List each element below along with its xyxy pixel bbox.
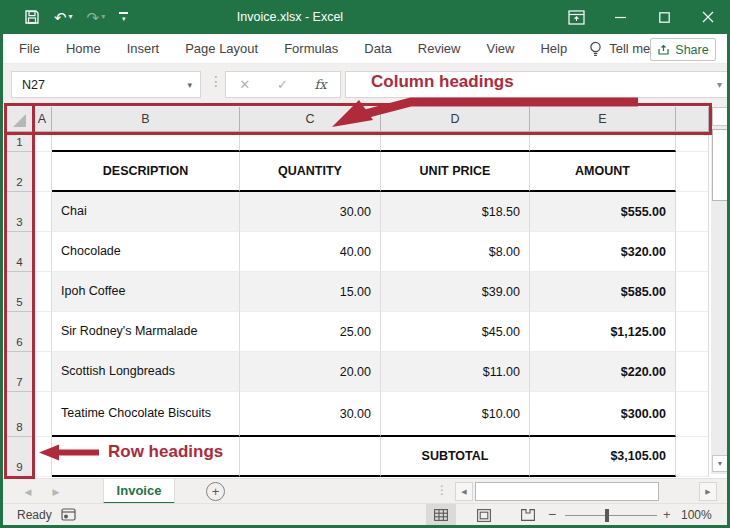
col-header-A[interactable]: A — [33, 107, 52, 132]
tab-view[interactable]: View — [486, 41, 514, 56]
cell-F6[interactable] — [676, 312, 709, 352]
save-icon[interactable] — [24, 9, 40, 25]
cell-E1[interactable] — [530, 132, 676, 152]
zoom-out-icon[interactable]: − — [548, 506, 556, 522]
redo-button[interactable]: ↷▾ — [87, 10, 106, 25]
zoom-slider-thumb[interactable] — [605, 509, 609, 522]
col-header-C[interactable]: C — [240, 107, 381, 132]
customize-qat-icon[interactable]: ▾ — [119, 12, 128, 22]
cell-A7[interactable] — [33, 352, 52, 392]
scroll-left-icon[interactable]: ◀ — [455, 482, 473, 501]
cell-F5[interactable] — [676, 272, 709, 312]
col-header-D[interactable]: D — [381, 107, 530, 132]
cell-B8[interactable]: Teatime Chocolate Biscuits — [52, 392, 240, 437]
macro-record-icon[interactable] — [61, 508, 76, 521]
tab-insert[interactable]: Insert — [127, 41, 160, 56]
cell-C1[interactable] — [240, 132, 381, 152]
cell-F2[interactable] — [676, 152, 709, 192]
cell-E2[interactable]: AMOUNT — [530, 152, 676, 192]
tab-file[interactable]: File — [19, 41, 40, 56]
cancel-icon[interactable]: ✕ — [239, 77, 250, 92]
col-header-F[interactable] — [676, 107, 709, 132]
cell-C9[interactable] — [240, 437, 381, 477]
cell-D3[interactable]: $18.50 — [381, 192, 530, 232]
zoom-in-icon[interactable]: + — [663, 507, 671, 522]
col-header-B[interactable]: B — [52, 107, 240, 132]
cell-A8[interactable] — [33, 392, 52, 437]
page-layout-view-icon[interactable] — [469, 504, 499, 526]
share-button[interactable]: Share — [650, 38, 716, 61]
zoom-level-label[interactable]: 100% — [681, 508, 712, 522]
vertical-scrollbar-top-button[interactable] — [712, 107, 728, 126]
cell-E4[interactable]: $320.00 — [530, 232, 676, 272]
row-header-9[interactable]: 9 — [7, 437, 33, 477]
cell-F8[interactable] — [676, 392, 709, 437]
chevron-down-icon[interactable]: ▾ — [187, 80, 192, 90]
row-header-5[interactable]: 5 — [7, 272, 33, 312]
cell-E6[interactable]: $1,125.00 — [530, 312, 676, 352]
close-button[interactable] — [686, 0, 730, 34]
page-break-preview-icon[interactable] — [513, 504, 543, 526]
scroll-right-icon[interactable]: ▶ — [699, 482, 717, 501]
minimize-button[interactable] — [598, 0, 642, 34]
tell-me-box[interactable]: Tell me — [589, 41, 650, 57]
scroll-down-icon[interactable]: ▼ — [712, 455, 728, 472]
cell-E7[interactable]: $220.00 — [530, 352, 676, 392]
row-header-6[interactable]: 6 — [7, 312, 33, 352]
cell-F4[interactable] — [676, 232, 709, 272]
row-header-8[interactable]: 8 — [7, 392, 33, 437]
cell-D7[interactable]: $11.00 — [381, 352, 530, 392]
insert-function-icon[interactable]: fx — [314, 77, 326, 92]
cell-A1[interactable] — [33, 132, 52, 152]
cell-F7[interactable] — [676, 352, 709, 392]
enter-icon[interactable]: ✓ — [277, 77, 288, 92]
cell-A5[interactable] — [33, 272, 52, 312]
cell-D2[interactable]: UNIT PRICE — [381, 152, 530, 192]
tab-review[interactable]: Review — [418, 41, 461, 56]
select-all-corner[interactable] — [7, 107, 33, 132]
cell-E8[interactable]: $300.00 — [530, 392, 676, 437]
vertical-scrollbar[interactable]: ▼ — [711, 107, 729, 474]
cell-B5[interactable]: Ipoh Coffee — [52, 272, 240, 312]
tab-formulas[interactable]: Formulas — [284, 41, 338, 56]
cell-C8[interactable]: 30.00 — [240, 392, 381, 437]
cell-D5[interactable]: $39.00 — [381, 272, 530, 312]
cell-B2[interactable]: DESCRIPTION — [52, 152, 240, 192]
cell-A4[interactable] — [33, 232, 52, 272]
row-header-3[interactable]: 3 — [7, 192, 33, 232]
horizontal-scrollbar-thumb[interactable] — [475, 482, 659, 501]
tab-scrollbar-grip-icon[interactable]: ⋮ — [436, 483, 448, 497]
cell-D1[interactable] — [381, 132, 530, 152]
cell-B6[interactable]: Sir Rodney's Marmalade — [52, 312, 240, 352]
cell-C7[interactable]: 20.00 — [240, 352, 381, 392]
tab-home[interactable]: Home — [66, 41, 101, 56]
vertical-scrollbar-thumb[interactable] — [712, 129, 728, 201]
cell-C3[interactable]: 30.00 — [240, 192, 381, 232]
cell-B4[interactable]: Chocolade — [52, 232, 240, 272]
cell-A6[interactable] — [33, 312, 52, 352]
cell-E3[interactable]: $555.00 — [530, 192, 676, 232]
zoom-slider-track[interactable] — [565, 515, 657, 516]
cell-C4[interactable]: 40.00 — [240, 232, 381, 272]
cell-B1[interactable] — [52, 132, 240, 152]
cell-D6[interactable]: $45.00 — [381, 312, 530, 352]
cell-D4[interactable]: $8.00 — [381, 232, 530, 272]
cell-A2[interactable] — [33, 152, 52, 192]
normal-view-icon[interactable] — [426, 504, 456, 526]
cell-C2[interactable]: QUANTITY — [240, 152, 381, 192]
cell-E5[interactable]: $585.00 — [530, 272, 676, 312]
row-header-1[interactable]: 1 — [7, 132, 33, 152]
cell-B7[interactable]: Scottish Longbreads — [52, 352, 240, 392]
tab-data[interactable]: Data — [364, 41, 391, 56]
cell-A3[interactable] — [33, 192, 52, 232]
cell-E9[interactable]: $3,105.00 — [530, 437, 676, 477]
cell-F3[interactable] — [676, 192, 709, 232]
cell-B3[interactable]: Chai — [52, 192, 240, 232]
new-sheet-button[interactable]: + — [206, 482, 225, 501]
cell-D8[interactable]: $10.00 — [381, 392, 530, 437]
cell-F1[interactable] — [676, 132, 709, 152]
col-header-E[interactable]: E — [530, 107, 676, 132]
cell-D9[interactable]: SUBTOTAL — [381, 437, 530, 477]
undo-button[interactable]: ↶▾ — [54, 10, 73, 25]
tab-help[interactable]: Help — [540, 41, 567, 56]
